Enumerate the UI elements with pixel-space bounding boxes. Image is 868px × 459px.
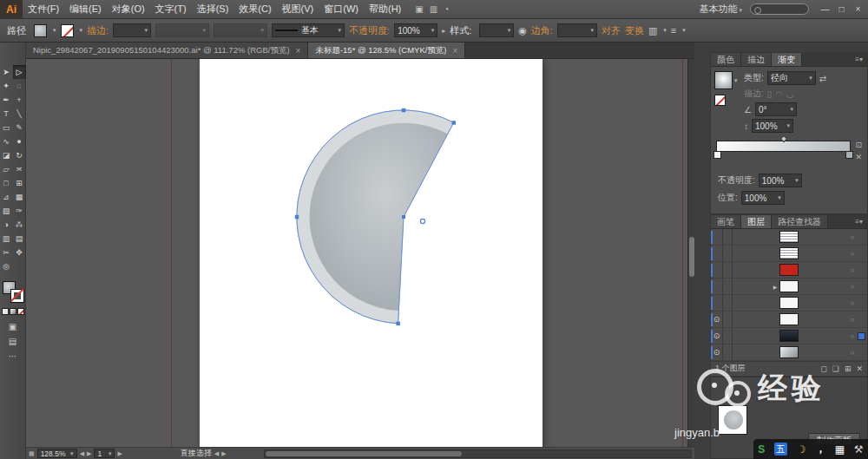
layer-row[interactable]: ⊙○ (711, 344, 867, 361)
artboard-number-field[interactable]: 1▾ (94, 449, 115, 458)
punctuation-icon[interactable]: ， (815, 442, 825, 456)
align-options-icon[interactable]: ▥ (648, 25, 657, 36)
mesh-tool[interactable]: ▦ (13, 190, 26, 204)
pen-tool[interactable]: ✒ (0, 93, 13, 107)
artboard[interactable] (200, 59, 542, 447)
lock-toggle[interactable] (723, 328, 733, 344)
target-circle[interactable]: ○ (850, 266, 858, 274)
minimize-button[interactable]: — (817, 4, 833, 14)
layer-row[interactable]: ○ (711, 229, 867, 246)
panel-menu-icon[interactable]: ≡▾ (851, 53, 867, 66)
next-artboard-icon[interactable]: ▶ (87, 450, 91, 457)
prev-artboard-icon[interactable]: ◀ (80, 450, 84, 457)
draw-mode-button[interactable]: ▣ (9, 322, 16, 331)
layer-row[interactable]: ○ (711, 246, 867, 262)
menu-item[interactable]: 视图(V) (277, 3, 319, 16)
gradient-stop-left[interactable] (713, 151, 721, 159)
tab-brushes[interactable]: 画笔 (711, 215, 741, 228)
lock-toggle[interactable] (723, 262, 733, 279)
zoom-level-dropdown[interactable]: 128.5%▾ (37, 449, 77, 458)
visibility-toggle[interactable] (711, 229, 723, 246)
gradient-position-field[interactable]: 100%▾ (741, 191, 785, 205)
lock-toggle[interactable] (723, 344, 733, 361)
tab-close-icon[interactable]: × (453, 46, 458, 56)
lasso-tool[interactable]: ◌ (13, 79, 26, 93)
direct-selection-tool[interactable]: ▷ (13, 65, 26, 79)
gradient-stop-right[interactable] (845, 151, 853, 159)
aspect-ratio-field[interactable]: 100%▾ (752, 119, 793, 133)
tab-close-icon[interactable]: × (296, 46, 301, 56)
none-button[interactable] (17, 308, 24, 315)
free-transform-tool[interactable]: □ (0, 176, 13, 190)
visibility-toggle[interactable]: ⊙ (711, 328, 723, 344)
column-graph-tool[interactable]: ▥ (0, 232, 13, 246)
visibility-toggle[interactable]: ⊙ (711, 344, 723, 361)
panel-options-icon[interactable]: ≡ (671, 25, 676, 36)
layer-row[interactable]: ⊙○ (711, 328, 867, 344)
bridge-icon[interactable]: ▣ (415, 4, 423, 14)
horizontal-scrollbar[interactable] (264, 449, 692, 458)
slice-tool[interactable]: ✂ (0, 246, 13, 259)
zoom-tool[interactable]: ◎ (0, 259, 13, 273)
expand-arrow[interactable]: ▶ (771, 284, 779, 290)
blend-tool[interactable]: ◑ (0, 218, 13, 232)
visibility-toggle[interactable] (711, 262, 723, 279)
style-dropdown[interactable]: ▾ (479, 23, 514, 37)
opacity-dropdown[interactable]: 100%▾ (394, 23, 437, 37)
target-circle[interactable]: ○ (850, 332, 858, 340)
perspective-grid-tool[interactable]: ⊿ (0, 190, 13, 204)
opacity-link[interactable]: 不透明度: (349, 24, 390, 37)
close-button[interactable]: × (850, 4, 866, 14)
anchor-point-tool[interactable]: + (13, 93, 26, 107)
document-tab[interactable]: 未标题-15* @ 128.5% (CMYK/预览)× (308, 43, 465, 58)
width-tool[interactable]: ≍ (13, 162, 26, 176)
last-artboard-icon[interactable]: ▶ (117, 450, 122, 457)
change-screen-mode-button[interactable]: ▤ (9, 337, 16, 346)
delete-stop-icon[interactable]: ✕ (855, 153, 862, 161)
stroke-across-icon[interactable]: ◡ (786, 89, 794, 99)
menu-item[interactable]: 帮助(H) (364, 3, 406, 16)
transform-link[interactable]: 变换 (625, 24, 644, 37)
visibility-toggle[interactable]: ⊙ (711, 311, 723, 328)
gradient-slider[interactable] (716, 141, 851, 152)
stroke-within-icon[interactable]: ▯ (767, 89, 773, 99)
magic-wand-tool[interactable]: ✦ (0, 79, 13, 93)
brush-definition-dropdown[interactable]: ▾ (214, 23, 267, 37)
scroll-right-icon[interactable]: ▶ (221, 450, 226, 457)
tab-color[interactable]: 颜色 (711, 53, 741, 66)
tab-pathfinder[interactable]: 路径查找器 (772, 215, 828, 228)
lock-toggle[interactable] (723, 246, 733, 262)
sogou-icon[interactable]: S (758, 443, 765, 456)
horizontal-scroll-thumb[interactable] (266, 451, 462, 456)
visibility-toggle[interactable] (711, 295, 723, 311)
ellipsis-icon[interactable]: ⋯ (9, 351, 17, 361)
tab-stroke[interactable]: 描边 (741, 53, 772, 66)
tab-gradient[interactable]: 渐变 (772, 53, 802, 66)
gradient-tool[interactable]: ▧ (0, 204, 13, 218)
tab-layers[interactable]: 图层 (741, 215, 772, 228)
fill-color-swatch[interactable] (34, 24, 47, 37)
workspace-switcher[interactable]: 基本功能▾ (699, 3, 742, 16)
stroke-color-swatch[interactable] (61, 24, 74, 37)
recolor-artwork-icon[interactable]: ◉ (518, 25, 527, 36)
layer-row[interactable]: ⊙○ (711, 311, 867, 328)
gradient-type-dropdown[interactable]: 径向▾ (767, 71, 816, 85)
layer-row[interactable]: ○ (711, 262, 867, 279)
ime-toolbar[interactable]: S五☽，▦⚒ (753, 439, 868, 459)
artboard-tool[interactable]: ▤ (13, 232, 26, 246)
new-layer-icon[interactable]: ⊞ (845, 364, 852, 373)
target-circle[interactable]: ○ (850, 349, 858, 357)
stroke-link[interactable]: 描边: (87, 24, 108, 37)
search-input[interactable] (750, 3, 809, 15)
opacity-flyout-icon[interactable]: ▸ (442, 27, 445, 35)
wubi-icon[interactable]: 五 (774, 443, 787, 456)
layer-row[interactable]: ○ (711, 295, 867, 311)
align-link[interactable]: 对齐 (602, 24, 621, 37)
arrange-documents-icon[interactable]: ▥ (430, 4, 437, 14)
target-circle[interactable]: ○ (850, 316, 858, 324)
stroke-weight-dropdown[interactable]: ▾ (113, 23, 151, 37)
lock-toggle[interactable] (723, 279, 733, 295)
visibility-toggle[interactable] (711, 279, 723, 295)
document-tab[interactable]: Nipic_29842067_20190905150104423000.ai* … (26, 43, 308, 58)
paintbrush-tool[interactable]: ✎ (13, 121, 26, 134)
